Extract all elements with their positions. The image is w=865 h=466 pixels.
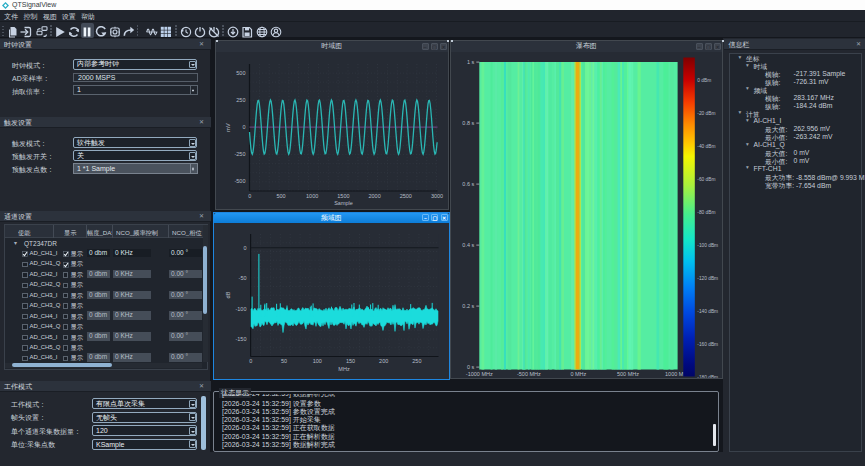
svg-text:2000: 2000 [368,192,380,198]
svg-text:0.4 s: 0.4 s [462,242,474,248]
svg-text:0.6 s: 0.6 s [462,181,474,187]
svg-text:-140 dBm: -140 dBm [697,309,718,314]
svg-text:0.2 s: 0.2 s [462,303,474,309]
svg-text:0 dBm: 0 dBm [697,78,711,83]
svg-text:1 s: 1 s [467,59,475,65]
svg-text:-40 dBm: -40 dBm [697,144,715,149]
svg-text:dB: dB [225,291,231,298]
svg-text:-120 dBm: -120 dBm [697,276,718,281]
svg-text:150: 150 [346,358,355,364]
svg-text:-500 MHz: -500 MHz [517,371,541,377]
svg-text:-500: -500 [234,178,245,184]
svg-text:50: 50 [281,358,287,364]
svg-text:-80 dBm: -80 dBm [697,210,715,215]
svg-text:MHz: MHz [338,366,350,372]
svg-text:-50: -50 [239,275,247,281]
svg-text:0: 0 [248,192,251,198]
svg-text:0: 0 [243,245,246,251]
svg-text:0: 0 [242,124,245,130]
svg-text:-150: -150 [235,336,246,342]
svg-text:250: 250 [412,358,421,364]
svg-text:Sample: Sample [334,199,353,205]
svg-text:0 MHz: 0 MHz [570,371,586,377]
svg-text:-100 dBm: -100 dBm [697,243,718,248]
svg-text:250: 250 [236,97,245,103]
svg-text:mV: mV [224,123,230,132]
svg-text:-1000 MHz: -1000 MHz [466,371,493,377]
svg-text:0 s: 0 s [467,364,475,370]
svg-text:-100: -100 [235,306,246,312]
svg-text:500: 500 [236,69,245,75]
svg-text:0.8 s: 0.8 s [462,120,474,126]
svg-text:-60 dBm: -60 dBm [697,177,715,182]
svg-text:2500: 2500 [399,192,411,198]
svg-text:500: 500 [276,192,285,198]
svg-text:1000: 1000 [306,192,318,198]
svg-text:-250: -250 [234,151,245,157]
svg-text:0: 0 [249,358,252,364]
svg-text:100: 100 [313,358,322,364]
svg-text:200: 200 [379,358,388,364]
svg-text:-160 dBm: -160 dBm [697,342,718,347]
svg-text:3000: 3000 [430,192,442,198]
svg-text:-20 dBm: -20 dBm [697,111,715,116]
svg-text:-180 dBm: -180 dBm [697,375,718,378]
svg-text:1500: 1500 [337,192,349,198]
svg-text:500 MHz: 500 MHz [617,371,639,377]
